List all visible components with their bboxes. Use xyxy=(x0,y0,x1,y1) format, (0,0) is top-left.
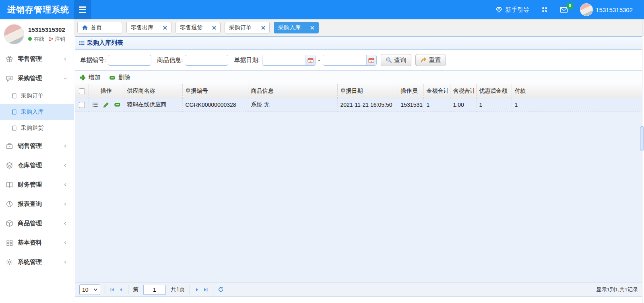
scrollbar-thumb[interactable] xyxy=(640,126,644,151)
chevron-down-icon xyxy=(63,76,68,81)
diamond-icon xyxy=(495,6,502,13)
sidebar-item-label: 仓库管理 xyxy=(18,162,42,169)
sidebar-item-purchase-return[interactable]: 采购退货 xyxy=(0,120,74,136)
calendar-icon xyxy=(308,57,314,63)
refresh-icon[interactable] xyxy=(218,286,224,293)
sidebar-item-label: 采购入库 xyxy=(21,108,43,116)
cell-tax-total: 1.00 xyxy=(450,98,476,112)
novice-guide-button[interactable]: 新手引导 xyxy=(495,6,529,14)
first-page-button[interactable] xyxy=(109,287,115,293)
user-menu[interactable]: 15315315302 xyxy=(580,3,633,16)
cell-product-info: 系统 无 xyxy=(248,98,337,112)
sidebar-item-label: 财务管理 xyxy=(18,181,42,189)
page-prefix-label: 第 xyxy=(133,286,138,293)
plus-icon xyxy=(79,74,86,81)
edit-pencil-icon[interactable] xyxy=(103,102,109,108)
total-pages-label: 共1页 xyxy=(171,286,185,293)
sidebar-item-system[interactable]: 系统管理 xyxy=(0,252,74,272)
grid-toolbar: 增加 删除 xyxy=(75,71,642,84)
main-area: 首页 零售出库 零售退货 采购订单 采购入库 xyxy=(74,19,644,303)
detail-list-icon[interactable] xyxy=(92,102,98,108)
sidebar-item-label: 采购管理 xyxy=(18,75,42,82)
online-status-label: 在线 xyxy=(34,35,44,43)
table-header-row: 操作 供应商名称 单据编号 商品信息 单据日期 操作员 金额合计 含税合计 优惠… xyxy=(75,84,642,98)
sidebar-item-label: 零售管理 xyxy=(18,55,42,63)
prev-page-button[interactable] xyxy=(118,287,124,293)
panel-header: 采购入库列表 xyxy=(75,37,642,50)
sidebar-item-products[interactable]: 商品管理 xyxy=(0,214,74,233)
sidebar-item-basic-data[interactable]: 基本资料 xyxy=(0,233,74,252)
tab-home[interactable]: 首页 xyxy=(77,22,122,33)
cell-order-no: CGRK00000000328 xyxy=(182,98,248,112)
open-book-icon xyxy=(6,181,13,189)
tab-retail-return[interactable]: 零售退货 xyxy=(175,22,221,33)
close-icon[interactable] xyxy=(310,26,314,30)
panel-title: 采购入库列表 xyxy=(87,39,123,47)
username: 15315315302 xyxy=(596,6,633,13)
close-icon[interactable] xyxy=(212,26,216,30)
messages-button[interactable]: 0 xyxy=(560,6,568,13)
sidebar-item-sales[interactable]: 销售管理 xyxy=(0,136,74,156)
calendar-button[interactable] xyxy=(305,55,316,65)
doc-no-label: 单据编号: xyxy=(80,56,106,64)
search-form: 单据编号: 商品信息: 单据日期: - xyxy=(75,50,642,71)
tab-label: 首页 xyxy=(91,24,102,31)
column-header: 单据编号 xyxy=(186,87,208,94)
chevron-left-icon xyxy=(63,221,68,226)
sidebar-item-reports[interactable]: 报表查询 xyxy=(0,194,74,214)
logout-link[interactable]: 注销 xyxy=(48,35,65,43)
pagination-bar: 10 第 共1页 xyxy=(75,282,642,297)
remove-pill-icon[interactable] xyxy=(114,102,121,108)
query-button[interactable]: 查询 xyxy=(381,54,411,66)
date-from-input[interactable] xyxy=(262,55,305,65)
row-checkbox[interactable] xyxy=(79,102,85,108)
tab-purchase-order[interactable]: 采购订单 xyxy=(225,22,270,33)
sidebar-item-purchase-inbound[interactable]: 采购入库 xyxy=(0,104,74,120)
tab-retail-outbound[interactable]: 零售出库 xyxy=(126,22,171,33)
column-header: 单据日期 xyxy=(341,87,363,94)
next-page-button[interactable] xyxy=(194,287,200,293)
close-icon[interactable] xyxy=(261,26,265,30)
data-grid: 操作 供应商名称 单据编号 商品信息 单据日期 操作员 金额合计 含税合计 优惠… xyxy=(75,84,642,112)
search-icon xyxy=(386,57,392,63)
calendar-button[interactable] xyxy=(366,55,376,65)
doc-no-input[interactable] xyxy=(108,55,151,66)
select-all-checkbox[interactable] xyxy=(79,88,85,94)
date-to-input[interactable] xyxy=(323,55,366,65)
sidebar-item-warehouse[interactable]: 仓库管理 xyxy=(0,156,74,175)
grid-icon xyxy=(6,239,13,247)
sidebar-user-phone: 15315315302 xyxy=(28,26,65,33)
delete-button[interactable]: 删除 xyxy=(109,74,130,81)
sidebar-menu: 零售管理 采购管理 采购订单 xyxy=(0,49,74,272)
cell-operator: 1531531 xyxy=(398,98,423,112)
tab-purchase-inbound[interactable]: 采购入库 xyxy=(274,22,319,33)
reset-button[interactable]: 重置 xyxy=(415,54,446,66)
home-icon xyxy=(82,25,88,31)
product-info-input[interactable] xyxy=(185,55,228,66)
hamburger-menu-button[interactable] xyxy=(74,0,91,19)
gear-icon xyxy=(6,258,13,266)
tab-label: 零售出库 xyxy=(131,24,153,31)
sidebar-user-block: 15315315302 在线 注销 xyxy=(0,19,74,49)
records-info: 显示1到1,共1记录 xyxy=(597,286,638,293)
sidebar-item-finance[interactable]: 财务管理 xyxy=(0,175,74,194)
document-icon xyxy=(11,109,17,115)
page-size-select[interactable]: 10 xyxy=(79,284,100,295)
add-button[interactable]: 增加 xyxy=(79,74,101,81)
tab-label: 采购订单 xyxy=(229,24,252,31)
sidebar-item-purchase-order[interactable]: 采购订单 xyxy=(0,88,74,104)
last-page-button[interactable] xyxy=(203,287,208,293)
reset-label: 重置 xyxy=(429,56,441,64)
fullscreen-button[interactable] xyxy=(541,6,548,13)
scrollbar-track[interactable] xyxy=(642,19,642,303)
page-number-input[interactable] xyxy=(143,285,166,295)
layers-icon xyxy=(6,162,13,169)
close-icon[interactable] xyxy=(163,26,167,30)
sidebar: 15315315302 在线 注销 零售管理 xyxy=(0,19,74,303)
top-bar: 进销存管理系统 新手引导 0 15315315302 xyxy=(0,0,644,19)
sidebar-item-label: 报表查询 xyxy=(18,200,42,208)
sidebar-item-purchase[interactable]: 采购管理 xyxy=(0,68,74,88)
chevron-left-icon xyxy=(63,163,68,168)
sidebar-item-retail[interactable]: 零售管理 xyxy=(0,49,74,68)
table-row[interactable]: 猿码在线供应商 CGRK00000000328 系统 无 2021-11-21 … xyxy=(75,98,642,112)
